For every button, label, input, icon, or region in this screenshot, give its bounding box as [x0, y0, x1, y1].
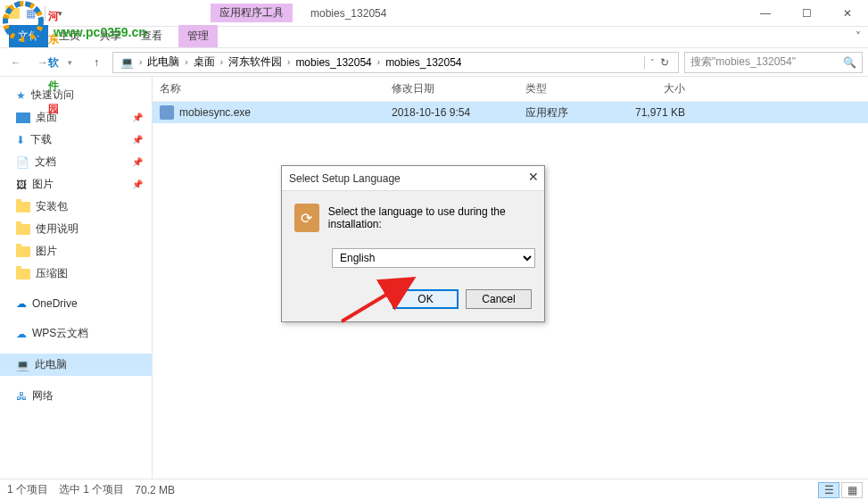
recent-dropdown-icon[interactable]: ▾	[59, 52, 80, 73]
minimize-button[interactable]: —	[745, 0, 786, 27]
sidebar-item-compressed[interactable]: 压缩图	[0, 262, 152, 285]
folder-icon	[16, 202, 30, 212]
icons-view-button[interactable]: ▦	[841, 482, 863, 498]
installer-icon: ⟳	[294, 204, 319, 232]
sidebar-label: 此电脑	[35, 357, 67, 372]
folder-icon	[16, 269, 30, 279]
refresh-icon[interactable]: ↻	[660, 56, 669, 69]
pin-icon: 📌	[132, 135, 143, 145]
sidebar-item-instructions[interactable]: 使用说明	[0, 218, 152, 240]
col-type[interactable]: 类型	[518, 81, 608, 96]
sidebar-label: WPS云文档	[32, 326, 88, 341]
chevron-right-icon[interactable]: ›	[377, 57, 380, 67]
tab-file[interactable]: 文件	[9, 25, 48, 47]
file-size: 71,971 KB	[608, 106, 692, 119]
tab-home[interactable]: 主页	[50, 25, 89, 47]
file-type: 应用程序	[518, 105, 608, 121]
sidebar-item-onedrive[interactable]: ☁OneDrive	[0, 294, 152, 313]
document-icon: 📄	[16, 156, 29, 169]
sidebar-item-documents[interactable]: 📄文档📌	[0, 151, 152, 173]
cancel-button[interactable]: Cancel	[466, 289, 532, 309]
status-size: 70.2 MB	[135, 484, 175, 496]
crumb-folder[interactable]: mobies_132054	[382, 56, 465, 69]
col-date[interactable]: 修改日期	[384, 81, 518, 96]
download-icon: ⬇	[16, 134, 25, 146]
dialog-close-icon[interactable]: ✕	[528, 170, 539, 184]
window-titlebar: ▦ ▾ 应用程序工具 mobies_132054 — ☐ ✕	[0, 0, 868, 27]
sidebar-label: 使用说明	[36, 221, 79, 237]
chevron-right-icon[interactable]: ›	[287, 57, 290, 67]
crumb-folder[interactable]: 河东软件园	[225, 54, 285, 70]
properties-icon[interactable]: ▦	[23, 6, 37, 21]
crumb-folder[interactable]: mobies_132054	[292, 56, 375, 69]
sidebar-label: 下载	[30, 132, 52, 147]
network-icon: 🖧	[16, 390, 27, 403]
contextual-tab-label: 应用程序工具	[211, 4, 293, 22]
breadcrumb[interactable]: 💻 › 此电脑 › 桌面 › 河东软件园 › mobies_132054 › m…	[112, 52, 679, 73]
folder-icon	[16, 246, 30, 257]
qat-dropdown-icon[interactable]: ▾	[53, 6, 67, 21]
ok-button[interactable]: OK	[393, 289, 459, 309]
language-select[interactable]: English	[332, 248, 535, 268]
ribbon-expand-icon[interactable]: ˅	[856, 30, 861, 43]
sidebar-item-quick-access[interactable]: ★快速访问	[0, 84, 152, 106]
tab-share[interactable]: 共享	[91, 25, 130, 47]
chevron-right-icon[interactable]: ›	[220, 57, 223, 67]
ribbon-tabs: 文件 主页 共享 查看 管理 ˅	[0, 27, 868, 48]
sidebar-item-wps[interactable]: ☁WPS云文档	[0, 322, 152, 345]
dialog-title: Select Setup Language	[289, 172, 401, 185]
sidebar-item-install[interactable]: 安装包	[0, 196, 152, 218]
navigation-sidebar: ★快速访问 桌面📌 ⬇下载📌 📄文档📌 🖼图片📌 安装包 使用说明 图片 压缩图…	[0, 77, 153, 479]
sidebar-label: OneDrive	[32, 297, 78, 310]
crumb-desktop[interactable]: 桌面	[190, 54, 219, 70]
tab-view[interactable]: 查看	[132, 25, 171, 47]
sidebar-item-downloads[interactable]: ⬇下载📌	[0, 129, 152, 151]
sidebar-label: 图片	[32, 177, 54, 192]
wps-icon: ☁	[16, 328, 27, 340]
col-name[interactable]: 名称	[153, 81, 384, 96]
pin-icon: 📌	[132, 179, 143, 189]
address-bar: ← → ▾ ↑ 💻 › 此电脑 › 桌面 › 河东软件园 › mobies_13…	[0, 48, 868, 77]
sidebar-item-pictures2[interactable]: 图片	[0, 240, 152, 262]
quick-access-toolbar: ▦ ▾	[0, 6, 72, 21]
dropdown-icon[interactable]: ˅	[650, 58, 655, 67]
pc-icon[interactable]: 💻	[117, 56, 137, 69]
picture-icon: 🖼	[16, 179, 27, 191]
up-button[interactable]: ↑	[86, 52, 107, 73]
chevron-right-icon[interactable]: ›	[139, 57, 142, 67]
file-date: 2018-10-16 9:54	[384, 106, 518, 119]
onedrive-icon: ☁	[16, 297, 27, 310]
file-row[interactable]: mobiesync.exe 2018-10-16 9:54 应用程序 71,97…	[153, 102, 868, 123]
crumb-thispc[interactable]: 此电脑	[144, 54, 183, 70]
search-placeholder: 搜索"mobies_132054"	[690, 54, 796, 70]
close-button[interactable]: ✕	[827, 0, 868, 27]
pin-icon: 📌	[132, 112, 143, 122]
sidebar-item-desktop[interactable]: 桌面📌	[0, 106, 152, 129]
col-size[interactable]: 大小	[608, 81, 692, 96]
chevron-right-icon[interactable]: ›	[185, 57, 187, 67]
window-title: mobies_132054	[310, 7, 386, 20]
forward-button[interactable]: →	[32, 52, 54, 73]
sidebar-item-pictures[interactable]: 🖼图片📌	[0, 173, 152, 196]
window-controls: — ☐ ✕	[745, 0, 868, 27]
folder-icon	[16, 224, 30, 235]
sidebar-label: 安装包	[36, 199, 68, 214]
sidebar-label: 压缩图	[36, 266, 68, 281]
file-name: mobiesync.exe	[179, 106, 251, 119]
exe-icon	[160, 105, 174, 120]
dialog-titlebar[interactable]: Select Setup Language ✕	[282, 166, 544, 191]
sidebar-item-thispc[interactable]: 💻此电脑	[0, 354, 152, 376]
status-count: 1 个项目	[7, 482, 48, 497]
sidebar-label: 桌面	[36, 110, 57, 125]
search-box[interactable]: 搜索"mobies_132054" 🔍	[684, 52, 863, 73]
view-switcher: ☰ ▦	[818, 482, 863, 498]
language-dialog: Select Setup Language ✕ ⟳ Select the lan…	[281, 165, 545, 322]
column-headers: 名称 修改日期 类型 大小	[153, 77, 868, 102]
sidebar-item-network[interactable]: 🖧网络	[0, 385, 152, 407]
back-button[interactable]: ←	[5, 52, 27, 73]
address-actions: ˅ ↻	[644, 56, 674, 69]
search-icon[interactable]: 🔍	[843, 56, 856, 69]
maximize-button[interactable]: ☐	[786, 0, 827, 27]
details-view-button[interactable]: ☰	[818, 482, 839, 498]
tab-manage[interactable]: 管理	[178, 25, 218, 47]
